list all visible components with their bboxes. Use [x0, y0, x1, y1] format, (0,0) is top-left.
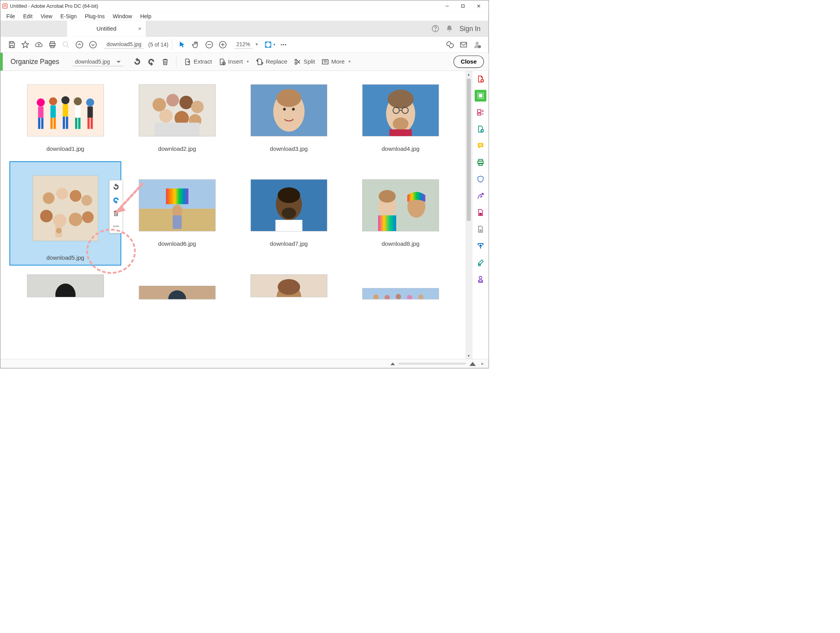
- page-thumbnail[interactable]: [345, 274, 456, 299]
- zoom-out-icon[interactable]: [202, 38, 216, 51]
- home-tab-blank[interactable]: [0, 21, 67, 36]
- svg-rect-38: [38, 118, 40, 129]
- extract-button[interactable]: Extract: [181, 56, 215, 67]
- sign-tool-icon[interactable]: [475, 190, 486, 202]
- page-thumbnail[interactable]: download2.jpg: [121, 85, 233, 152]
- zoom-small-icon[interactable]: [391, 362, 395, 365]
- organize-pages-tool-icon[interactable]: [475, 90, 486, 102]
- close-button[interactable]: Close: [453, 55, 484, 68]
- more-button[interactable]: More▼: [318, 56, 354, 67]
- menu-file[interactable]: File: [2, 12, 19, 21]
- layout-tool-icon[interactable]: [475, 107, 486, 118]
- page-thumbnail[interactable]: download7.jpg: [233, 161, 345, 266]
- rotate-cw-button[interactable]: [144, 56, 158, 67]
- replace-button[interactable]: Replace: [253, 56, 290, 67]
- page-thumbnail[interactable]: download1.jpg: [9, 85, 121, 152]
- thumbnail-image: [139, 286, 216, 299]
- page-thumbnail[interactable]: download4.jpg: [345, 85, 456, 152]
- share-tool-icon[interactable]: [475, 240, 486, 252]
- svg-rect-47: [66, 117, 68, 129]
- tab-close-icon[interactable]: ×: [138, 25, 141, 31]
- menu-help[interactable]: Help: [136, 12, 156, 21]
- print-tool-icon[interactable]: [475, 157, 486, 168]
- split-button[interactable]: Split: [290, 56, 318, 67]
- rotate-ccw-button[interactable]: [130, 56, 144, 67]
- insert-button[interactable]: Insert▼: [215, 56, 253, 67]
- page-thumbnail[interactable]: [9, 274, 121, 299]
- menu-edit[interactable]: Edit: [19, 12, 36, 21]
- svg-rect-78: [33, 176, 98, 241]
- page-thumbnail[interactable]: [121, 274, 233, 299]
- menu-window[interactable]: Window: [109, 12, 136, 21]
- vertical-scrollbar[interactable]: ▴ ▾: [465, 71, 472, 359]
- page-thumbnail[interactable]: [233, 274, 345, 299]
- close-window-button[interactable]: [471, 2, 487, 10]
- svg-rect-0: [3, 4, 7, 9]
- notification-bell-icon[interactable]: [446, 25, 453, 33]
- rotate-cw-icon[interactable]: [112, 196, 121, 205]
- minimize-button[interactable]: [439, 2, 455, 10]
- email-icon[interactable]: [457, 38, 470, 51]
- create-pdf-icon[interactable]: [475, 73, 486, 85]
- scroll-thumb[interactable]: [467, 79, 471, 221]
- delete-page-icon[interactable]: [112, 209, 121, 217]
- page-thumbnail-selected[interactable]: download5.jpg: [9, 161, 121, 266]
- svg-point-95: [172, 205, 182, 217]
- maximize-button[interactable]: [455, 2, 471, 10]
- menu-view[interactable]: View: [36, 12, 56, 21]
- scroll-up-icon[interactable]: [73, 38, 86, 51]
- rotate-ccw-icon[interactable]: [112, 183, 121, 191]
- comment-tool-icon[interactable]: [475, 140, 486, 152]
- svg-point-58: [166, 94, 179, 106]
- zoom-large-icon[interactable]: [470, 361, 476, 366]
- fit-page-icon[interactable]: ▼: [263, 38, 277, 51]
- star-icon[interactable]: [19, 38, 32, 51]
- zoom-dropdown-icon[interactable]: ▼: [255, 42, 259, 47]
- svg-point-14: [76, 41, 83, 48]
- spreadsheet-tool-icon[interactable]: [475, 223, 486, 235]
- scroll-up-arrow[interactable]: ▴: [468, 71, 470, 78]
- more-tools-icon[interactable]: [277, 38, 290, 51]
- more-options-icon[interactable]: [112, 222, 121, 231]
- selection-cursor-icon[interactable]: [175, 38, 189, 51]
- search-icon[interactable]: [59, 38, 73, 51]
- svg-point-86: [82, 211, 93, 223]
- current-page-filename[interactable]: download5.jpg: [104, 41, 144, 48]
- expand-panel-icon[interactable]: ▸: [481, 360, 484, 366]
- stamp-tool-icon[interactable]: [475, 273, 486, 285]
- menu-plugins[interactable]: Plug-Ins: [81, 12, 109, 21]
- svg-rect-46: [63, 117, 65, 129]
- scroll-down-arrow[interactable]: ▾: [468, 352, 470, 359]
- export-pdf-icon[interactable]: [475, 123, 486, 135]
- page-label: download5.jpg: [47, 254, 85, 261]
- svg-point-69: [292, 108, 295, 110]
- protect-tool-icon[interactable]: [475, 173, 486, 185]
- thumbnail-image: [362, 85, 439, 136]
- scroll-down-icon[interactable]: [86, 38, 100, 51]
- print-icon[interactable]: [46, 38, 59, 51]
- certify-tool-icon[interactable]: [475, 257, 486, 268]
- organize-pages-bar: Organize Pages download5.jpg Extract Ins…: [0, 53, 488, 71]
- organize-file-dropdown[interactable]: download5.jpg: [73, 57, 123, 66]
- zoom-slider[interactable]: [398, 363, 466, 365]
- tabbar: Untitled × Sign In: [0, 21, 488, 37]
- save-icon[interactable]: [5, 38, 19, 51]
- help-icon[interactable]: [432, 25, 439, 33]
- delete-page-button[interactable]: [158, 56, 172, 67]
- page-thumbnail[interactable]: download3.jpg: [233, 85, 345, 152]
- menu-esign[interactable]: E-Sign: [56, 12, 81, 21]
- save-pdf-icon[interactable]: [475, 207, 486, 218]
- toolbar-divider: [172, 39, 172, 50]
- zoom-in-icon[interactable]: [216, 38, 230, 51]
- document-tab[interactable]: Untitled ×: [67, 21, 146, 36]
- hand-pan-icon[interactable]: [189, 38, 202, 51]
- sign-in-link[interactable]: Sign In: [460, 25, 480, 33]
- account-icon[interactable]: +: [470, 38, 484, 51]
- share-link-icon[interactable]: [443, 38, 457, 51]
- thumbnail-image: [139, 179, 216, 231]
- thumbnail-image: [139, 85, 216, 136]
- page-thumbnail[interactable]: download6.jpg: [121, 161, 233, 266]
- page-thumbnail[interactable]: download8.jpg: [345, 161, 456, 266]
- zoom-value[interactable]: 212%: [234, 41, 252, 48]
- cloud-upload-icon[interactable]: [32, 38, 46, 51]
